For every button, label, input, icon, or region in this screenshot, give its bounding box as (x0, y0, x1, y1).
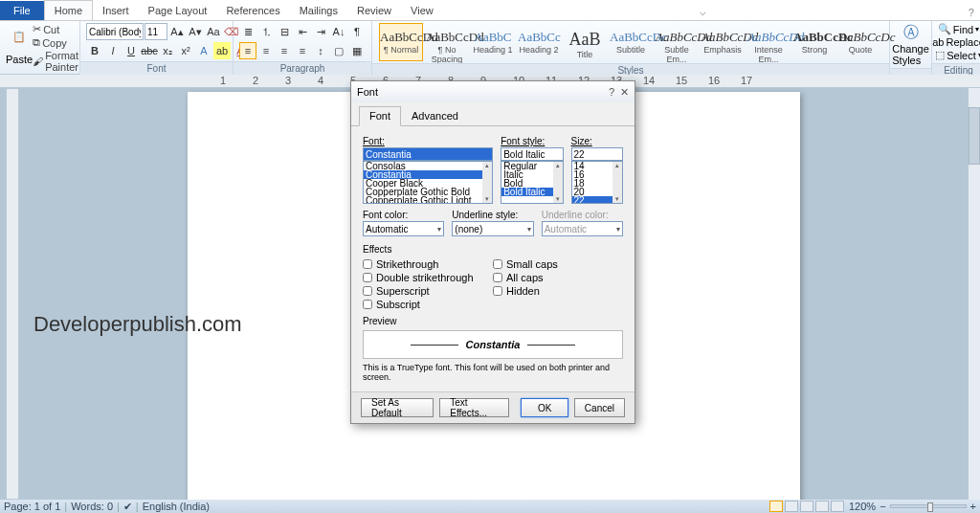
text-effects-dlg-button[interactable]: Text Effects... (439, 398, 509, 417)
vertical-scrollbar[interactable] (969, 88, 980, 500)
chk-subscript[interactable]: Subscript (363, 299, 493, 310)
tab-references[interactable]: References (216, 1, 289, 20)
show-marks-button[interactable]: ¶ (348, 23, 366, 40)
subscript-button[interactable]: x₂ (159, 42, 176, 59)
scroll-thumb[interactable] (969, 107, 980, 165)
vertical-ruler[interactable] (6, 88, 19, 500)
shading-button[interactable]: ▢ (330, 42, 347, 59)
grow-font-button[interactable]: A▴ (168, 23, 186, 40)
cut-button[interactable]: ✂Cut (33, 23, 78, 35)
font-color-combo[interactable]: Automatic (363, 221, 444, 236)
change-case-button[interactable]: Aa (205, 23, 222, 40)
chk-hidden[interactable]: Hidden (493, 285, 623, 297)
view-full-screen[interactable] (785, 501, 798, 512)
ok-button[interactable]: OK (521, 398, 568, 417)
cancel-button[interactable]: Cancel (574, 398, 625, 417)
zoom-out-button[interactable]: − (880, 501, 885, 512)
help-icon[interactable]: ? (963, 5, 980, 20)
chk-double-strike[interactable]: Double strikethrough (363, 272, 493, 283)
replace-button[interactable]: abReplace (932, 36, 980, 48)
style-heading-2[interactable]: AaBbCcHeading 2 (517, 23, 561, 61)
dialog-tab-advanced[interactable]: Advanced (401, 106, 469, 125)
align-center-button[interactable]: ≡ (257, 42, 275, 59)
underline-style-combo[interactable]: (none) (452, 221, 533, 236)
font-list-scroll[interactable]: ▴▾ (482, 162, 492, 203)
dialog-titlebar[interactable]: Font ? ✕ (351, 81, 635, 102)
style---no-spacing[interactable]: AaBbCcDd¶ No Spacing (425, 23, 469, 61)
superscript-button[interactable]: x² (177, 42, 194, 59)
style-list-scroll[interactable]: ▴▾ (553, 162, 563, 203)
style-title[interactable]: AaBTitle (563, 23, 607, 61)
tab-review[interactable]: Review (347, 1, 401, 20)
view-web-layout[interactable] (800, 501, 813, 512)
style---normal[interactable]: AaBbCcDd¶ Normal (379, 23, 423, 61)
bullets-button[interactable]: ≣ (239, 23, 256, 40)
change-styles-button[interactable]: Ⓐ Change Styles (890, 21, 931, 68)
tab-insert[interactable]: Insert (93, 1, 139, 20)
copy-button[interactable]: ⧉Copy (33, 36, 78, 49)
tab-file[interactable]: File (0, 1, 44, 20)
sort-button[interactable]: A↓ (330, 23, 347, 40)
list-item[interactable]: Copperplate Gothic Light (364, 196, 492, 204)
status-language[interactable]: English (India) (143, 501, 210, 512)
view-print-layout[interactable] (769, 501, 783, 512)
proofing-icon[interactable]: ✔ (123, 501, 132, 513)
highlight-button[interactable]: ab (213, 42, 231, 59)
strike-button[interactable]: abc (141, 42, 158, 59)
status-page[interactable]: Page: 1 of 1 (4, 501, 60, 512)
paste-button[interactable]: 📋 Paste (6, 31, 33, 65)
zoom-in-button[interactable]: + (970, 501, 976, 512)
align-left-button[interactable]: ≡ (239, 42, 256, 59)
justify-button[interactable]: ≡ (294, 42, 311, 59)
set-default-button[interactable]: Set As Default (361, 398, 434, 417)
size-listbox[interactable]: 1416182022▴▾ (571, 161, 623, 204)
style-subtle-em---[interactable]: AaBbCcDdSubtle Em... (655, 23, 699, 61)
style-listbox[interactable]: RegularItalicBoldBold Italic▴▾ (501, 161, 563, 204)
shrink-font-button[interactable]: A▾ (187, 23, 204, 40)
font-input[interactable]: Constantia (363, 147, 493, 161)
dialog-close-icon[interactable]: ✕ (620, 86, 629, 99)
select-button[interactable]: ⬚Select▾ (935, 49, 980, 61)
style-subtitle[interactable]: AaBbCcDcSubtitle (609, 23, 653, 61)
zoom-level[interactable]: 120% (849, 501, 876, 512)
text-effects-button[interactable]: A (195, 42, 212, 59)
chk-strikethrough[interactable]: Strikethrough (363, 258, 493, 270)
dialog-help-icon[interactable]: ? (609, 86, 614, 99)
style-heading-1[interactable]: AaBbCHeading 1 (471, 23, 515, 61)
style-strong[interactable]: AaBbCcDcStrong (792, 23, 836, 61)
zoom-slider[interactable] (890, 504, 967, 508)
chk-all-caps[interactable]: All caps (493, 272, 623, 283)
style-emphasis[interactable]: AaBbCcDdEmphasis (701, 23, 745, 61)
status-words[interactable]: Words: 0 (71, 501, 113, 512)
tab-mailings[interactable]: Mailings (290, 1, 347, 20)
font-name-combo[interactable] (86, 23, 144, 40)
minimize-ribbon-icon[interactable]: ⌵ (694, 4, 712, 20)
tab-home[interactable]: Home (44, 0, 93, 20)
italic-button[interactable]: I (104, 42, 122, 59)
font-listbox[interactable]: ConsolasConstantiaCooper BlackCopperplat… (363, 161, 493, 204)
chk-small-caps[interactable]: Small caps (493, 258, 623, 270)
zoom-thumb[interactable] (927, 502, 933, 512)
tab-page-layout[interactable]: Page Layout (139, 1, 217, 20)
chk-superscript[interactable]: Superscript (363, 285, 493, 297)
size-list-scroll[interactable]: ▴▾ (612, 162, 622, 203)
style-quote[interactable]: AaBbCcDcQuote (838, 23, 882, 61)
view-outline[interactable] (815, 501, 829, 512)
indent-dec-button[interactable]: ⇤ (294, 23, 311, 40)
dialog-tab-font[interactable]: Font (359, 106, 401, 126)
line-spacing-button[interactable]: ↕ (312, 42, 329, 59)
multilevel-button[interactable]: ⊟ (276, 23, 293, 40)
align-right-button[interactable]: ≡ (276, 42, 293, 59)
numbering-button[interactable]: ⒈ (257, 23, 275, 40)
indent-inc-button[interactable]: ⇥ (312, 23, 329, 40)
tab-view[interactable]: View (401, 1, 443, 20)
size-input[interactable]: 22 (571, 147, 623, 161)
style-intense-em---[interactable]: AaBbCcDdIntense Em... (746, 23, 791, 61)
find-button[interactable]: 🔍Find▾ (938, 23, 979, 35)
bold-button[interactable]: B (86, 42, 103, 59)
view-draft[interactable] (831, 501, 844, 512)
format-painter-button[interactable]: 🖌Format Painter (33, 50, 78, 73)
font-size-combo[interactable] (145, 23, 167, 40)
borders-button[interactable]: ▦ (348, 42, 366, 59)
style-input[interactable]: Bold Italic (501, 147, 563, 161)
